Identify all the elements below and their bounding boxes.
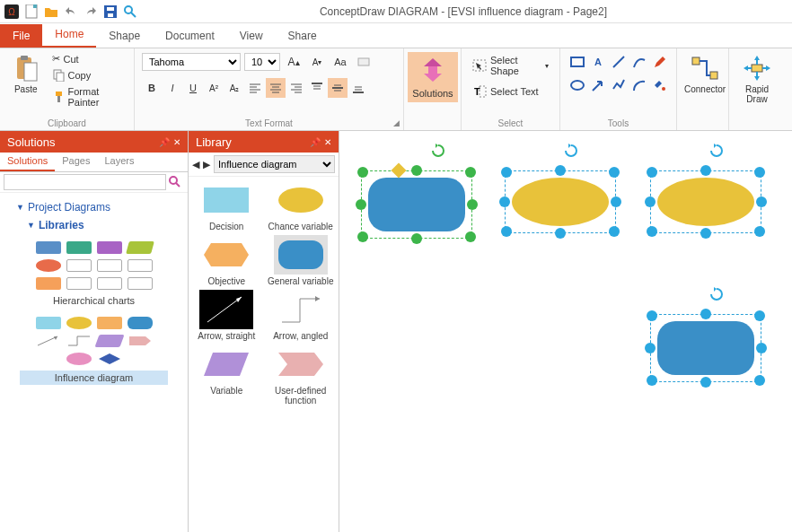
resize-handle[interactable] (645, 196, 656, 207)
canvas-shape-general-1[interactable] (366, 176, 467, 233)
select-shape-button[interactable]: Select Shape▾ (469, 52, 552, 79)
tool-text-button[interactable]: A (588, 52, 608, 72)
tool-pencil-button[interactable] (650, 52, 670, 72)
canvas-shape-general-2[interactable] (656, 319, 756, 377)
align-left-button[interactable] (245, 78, 265, 98)
lib-item-decision[interactable]: Decision (192, 180, 261, 231)
redo-icon[interactable] (83, 4, 99, 20)
grow-font-button[interactable]: A▴ (284, 52, 304, 72)
tool-polyline-button[interactable] (609, 75, 629, 95)
rotate-handle[interactable] (431, 144, 445, 158)
canvas[interactable] (339, 131, 792, 532)
resize-handle[interactable] (501, 226, 512, 237)
pin-icon[interactable]: 📌 (159, 137, 170, 147)
rotate-handle[interactable] (709, 287, 724, 301)
resize-handle[interactable] (609, 167, 620, 178)
rapid-draw-button[interactable]: Rapid Draw (736, 52, 778, 104)
connector-button[interactable]: Connector (684, 52, 726, 94)
cut-button[interactable]: ✂Cut (50, 52, 128, 65)
lib-item-arrow-straight[interactable]: Arrow, straight (192, 290, 261, 341)
tab-share[interactable]: Share (276, 24, 330, 48)
resize-handle[interactable] (465, 167, 476, 178)
resize-handle[interactable] (411, 233, 422, 244)
resize-handle[interactable] (611, 196, 621, 207)
lib-next-icon[interactable]: ▶ (203, 159, 210, 170)
library-selector[interactable]: Influence diagram (214, 155, 335, 173)
panel-tab-layers[interactable]: Layers (97, 153, 141, 171)
resize-handle[interactable] (645, 343, 656, 353)
save-icon[interactable] (102, 4, 119, 20)
align-middle-button[interactable] (328, 78, 348, 98)
subscript-button[interactable]: A₂ (224, 78, 244, 98)
tool-arc-button[interactable] (629, 75, 649, 95)
resize-handle[interactable] (499, 196, 510, 207)
align-top-button[interactable] (307, 78, 327, 98)
open-icon[interactable] (43, 4, 59, 20)
lib-item-variable[interactable]: Variable (192, 344, 261, 406)
shrink-font-button[interactable]: A▾ (307, 52, 327, 72)
resize-handle[interactable] (647, 226, 657, 237)
undo-icon[interactable] (63, 4, 79, 20)
pin-icon[interactable]: 📌 (310, 137, 321, 147)
lib-item-userfn[interactable]: User-defined function (267, 344, 336, 406)
copy-button[interactable]: Copy (50, 68, 128, 83)
textformat-dialog-launcher[interactable]: ◢ (393, 118, 400, 127)
solutions-button[interactable]: Solutions (408, 52, 458, 102)
tool-edit-button[interactable] (650, 75, 670, 95)
panel-tab-solutions[interactable]: Solutions (0, 153, 55, 171)
lib-item-general[interactable]: General variable (267, 235, 336, 286)
resize-handle[interactable] (356, 199, 366, 210)
tab-shape[interactable]: Shape (96, 24, 153, 48)
resize-handle[interactable] (555, 228, 566, 239)
align-right-button[interactable] (286, 78, 306, 98)
new-doc-icon[interactable] (23, 4, 40, 20)
tool-line-button[interactable] (609, 52, 629, 72)
resize-handle[interactable] (609, 226, 620, 237)
resize-handle[interactable] (357, 231, 368, 242)
tool-curve-button[interactable] (629, 52, 649, 72)
underline-button[interactable]: U (183, 78, 203, 98)
superscript-button[interactable]: A² (204, 78, 224, 98)
rotate-handle[interactable] (709, 144, 724, 158)
resize-handle[interactable] (700, 309, 711, 319)
resize-handle[interactable] (754, 167, 765, 178)
resize-handle[interactable] (555, 165, 566, 176)
select-text-button[interactable]: TSelect Text (469, 83, 552, 100)
tree-node-project[interactable]: ▼Project Diagrams (5, 198, 182, 216)
rotate-handle[interactable] (564, 144, 578, 158)
resize-handle[interactable] (465, 231, 476, 242)
change-case-button[interactable]: Aa (330, 52, 350, 72)
resize-handle[interactable] (501, 167, 512, 178)
solutions-search-input[interactable] (4, 174, 166, 190)
tool-ellipse-button[interactable] (568, 75, 587, 95)
tool-arrow-button[interactable] (588, 75, 608, 95)
lib-prev-icon[interactable]: ◀ (192, 159, 199, 170)
tab-home[interactable]: Home (42, 22, 96, 48)
resize-handle[interactable] (754, 375, 765, 386)
resize-handle[interactable] (357, 167, 368, 178)
close-icon[interactable]: ✕ (173, 137, 180, 147)
resize-handle[interactable] (467, 199, 478, 210)
resize-handle[interactable] (756, 196, 767, 207)
search-icon[interactable] (166, 174, 184, 190)
lib-item-arrow-angled[interactable]: Arrow, angled (267, 290, 336, 341)
canvas-shape-chance-2[interactable] (656, 176, 756, 228)
resize-handle[interactable] (647, 375, 657, 386)
italic-button[interactable]: I (163, 78, 182, 98)
resize-handle[interactable] (700, 165, 711, 176)
close-icon[interactable]: ✕ (324, 137, 331, 147)
lib-item-objective[interactable]: Objective (192, 235, 261, 286)
tab-view[interactable]: View (227, 24, 276, 48)
paste-button[interactable]: Paste (7, 52, 45, 94)
panel-tab-pages[interactable]: Pages (55, 153, 97, 171)
clear-format-button[interactable] (354, 52, 374, 72)
app-icon[interactable]: Ω (4, 4, 20, 20)
resize-handle[interactable] (754, 226, 765, 237)
canvas-shape-chance-1[interactable] (510, 176, 611, 228)
resize-handle[interactable] (647, 167, 657, 178)
resize-handle[interactable] (700, 228, 711, 239)
font-family-select[interactable]: Tahoma (142, 53, 241, 71)
lib-item-chance[interactable]: Chance variable (267, 180, 336, 231)
tab-document[interactable]: Document (153, 24, 227, 48)
tree-node-libraries[interactable]: ▼Libraries (5, 216, 182, 234)
